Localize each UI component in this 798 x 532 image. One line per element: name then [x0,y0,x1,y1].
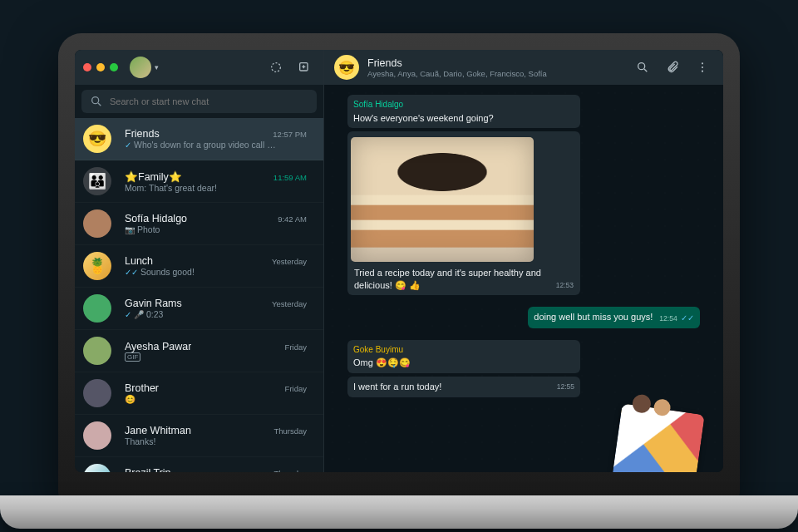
message-in[interactable]: Goke Buyimu Omg 😍🤤😋 [347,340,580,373]
chat-time: 9:42 AM [278,214,307,224]
chat-list: 😎 Friends12:57 PM ✓Who's down for a grou… [75,118,323,472]
svg-point-5 [702,66,703,68]
message-out[interactable]: doing well but miss you guys! 12:54 ✓✓ [528,307,700,328]
photo-cake[interactable] [351,137,534,262]
chat-name: Gavin Rams [125,298,182,309]
sticker[interactable] [612,403,705,472]
message-sender: Goke Buyimu [353,344,574,356]
read-tick-icon: ✓ [125,310,131,319]
sidebar: ▾ 😎 Friends12:57 PM ✓Who's down for a gr… [75,50,324,472]
chat-time: 12:57 PM [273,130,307,139]
message-text: I went for a run today! [353,382,441,392]
status-icon[interactable] [265,57,287,78]
chat-time: 11:59 AM [273,173,307,182]
chat-preview: ✓✓Sounds good! [125,267,307,277]
avatar [83,294,111,323]
chat-name: Brother [125,382,159,394]
avatar: 🍍 [83,252,111,280]
chat-preview: ✓🎤 0:23 [125,309,307,319]
chat-item-brother[interactable]: BrotherFriday 😊 [75,372,323,415]
chat-name: ⭐Family⭐ [125,170,182,183]
read-tick-icon: ✓✓ [125,268,138,277]
new-chat-icon[interactable] [293,57,315,78]
svg-point-0 [272,63,281,72]
search-in-chat-icon[interactable] [632,57,653,78]
search-bar[interactable] [81,90,317,113]
laptop-frame: ▾ 😎 Friends12:57 PM ✓Who's down for a gr… [58,33,740,499]
avatar [83,421,111,450]
message-time: 12:54 ✓✓ [659,313,694,324]
message-text: How's everyone's weekend going? [353,113,494,123]
chat-item-sofia[interactable]: Sofía Hidalgo9:42 AM 📷 Photo [75,203,323,245]
chat-name: Brazil Trip [125,467,171,472]
window-controls[interactable] [83,63,118,71]
message-text: Tried a recipe today and it's super heal… [354,268,541,290]
close-window-icon[interactable] [83,63,91,71]
message-in-photo[interactable]: Tried a recipe today and it's super heal… [347,131,580,295]
read-tick-icon: ✓ [125,140,131,150]
message-time: 12:53 [556,281,574,290]
chat-name: Jane Whitman [125,425,191,436]
svg-point-2 [92,97,99,104]
chat-preview: Mom: That's great dear! [125,183,307,193]
svg-point-4 [702,62,703,64]
svg-point-6 [702,71,703,72]
minimize-window-icon[interactable] [96,63,105,71]
app-window: ▾ 😎 Friends12:57 PM ✓Who's down for a gr… [75,50,723,472]
chat-item-ayesha[interactable]: Ayesha PawarFriday GIF [75,330,323,372]
message-text: Omg 😍🤤😋 [353,357,411,367]
chat-preview: Thanks! [125,436,307,446]
chat-time: Thursday [273,469,307,472]
chat-time: Thursday [273,426,307,436]
chat-time: Yesterday [272,299,307,308]
avatar [83,337,111,365]
chevron-down-icon[interactable]: ▾ [155,63,159,71]
chat-preview: ✓Who's down for a group video call … [125,140,307,150]
search-input[interactable] [110,96,308,106]
attach-icon[interactable] [662,57,683,78]
message-text: doing well but miss you guys! [534,312,653,322]
chat-item-family[interactable]: 👪 ⭐Family⭐11:59 AM Mom: That's great dea… [75,160,323,203]
chat-preview: 😊 [125,394,307,405]
chat-name: Sofía Hidalgo [125,213,187,224]
message-in[interactable]: Sofía Hidalgo How's everyone's weekend g… [347,95,580,128]
message-list: Sofía Hidalgo How's everyone's weekend g… [324,85,723,472]
my-avatar[interactable] [130,57,151,78]
conversation-members: Ayesha, Anya, Cauã, Dario, Goke, Francis… [367,69,547,78]
chat-preview: GIF [125,352,307,362]
sidebar-header: ▾ [75,50,323,85]
chat-item-friends[interactable]: 😎 Friends12:57 PM ✓Who's down for a grou… [75,118,323,160]
maximize-window-icon[interactable] [110,63,118,71]
chat-name: Ayesha Pawar [125,341,191,352]
chat-time: Friday [285,384,307,393]
chat-time: Yesterday [272,257,307,266]
read-tick-icon: ✓✓ [681,313,694,323]
conversation-title: Friends [367,57,547,69]
avatar: 👪 [83,167,111,195]
group-avatar[interactable]: 😎 [334,55,359,80]
chat-name: Friends [125,128,160,140]
search-icon [90,95,103,108]
menu-icon[interactable] [692,57,713,78]
avatar [83,464,111,472]
chat-item-lunch[interactable]: 🍍 LunchYesterday ✓✓Sounds good! [75,245,323,288]
avatar: 😎 [83,125,111,153]
svg-point-3 [638,63,645,70]
chat-item-gavin[interactable]: Gavin RamsYesterday ✓🎤 0:23 [75,288,323,330]
chat-preview: 📷 Photo [125,224,307,234]
conversation-panel: 😎 Friends Ayesha, Anya, Cauã, Dario, Gok… [324,50,723,472]
chat-name: Lunch [125,255,153,267]
message-in[interactable]: I went for a run today! 12:55 [347,377,580,397]
camera-icon: 📷 [125,225,135,234]
chat-item-brazil[interactable]: Brazil TripThursday 📷 Photo [75,457,323,472]
avatar [83,379,111,407]
mic-icon: 🎤 [134,310,144,319]
chat-time: Friday [285,342,307,352]
avatar [83,209,111,238]
gif-icon: GIF [125,352,140,362]
message-time: 12:55 [557,382,574,392]
message-sender: Sofía Hidalgo [353,99,574,111]
conversation-header: 😎 Friends Ayesha, Anya, Cauã, Dario, Gok… [324,50,723,85]
chat-item-jane[interactable]: Jane WhitmanThursday Thanks! [75,415,323,457]
